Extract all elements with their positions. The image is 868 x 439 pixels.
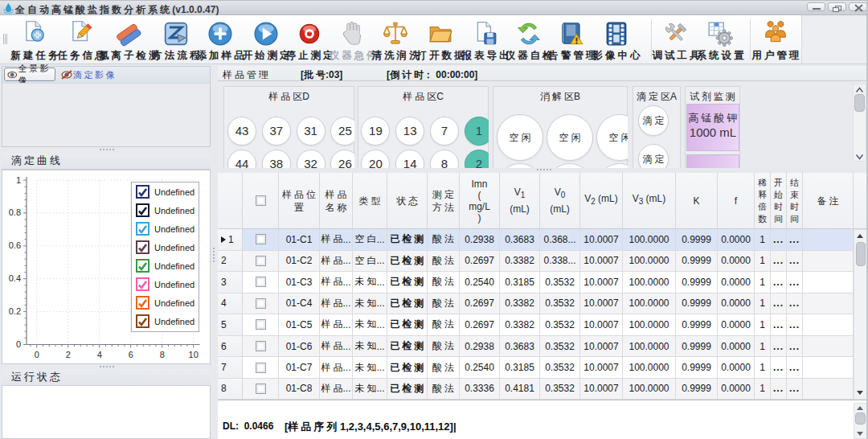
svg-text:0.2: 0.2 <box>9 306 21 316</box>
svg-text:6: 6 <box>129 350 133 359</box>
svg-text:0.8: 0.8 <box>9 207 21 217</box>
svg-text:2: 2 <box>66 350 71 359</box>
svg-text:10: 10 <box>189 350 199 359</box>
svg-text:0.6: 0.6 <box>9 240 21 250</box>
svg-text:0: 0 <box>16 339 21 349</box>
svg-text:1: 1 <box>16 175 21 185</box>
svg-text:8: 8 <box>160 350 165 359</box>
svg-text:0.4: 0.4 <box>9 273 21 283</box>
svg-text:4: 4 <box>97 350 102 359</box>
svg-text:0: 0 <box>35 350 39 359</box>
